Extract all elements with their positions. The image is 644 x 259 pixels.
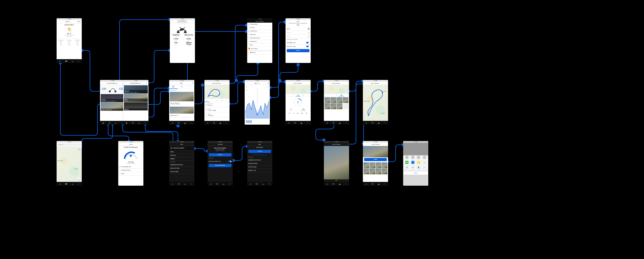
map-view[interactable]: Aspe rkt An Der Alz Ziegstadl ◉ xyxy=(57,146,82,182)
photo-thumb[interactable] xyxy=(330,97,336,103)
tab-route[interactable]: ◎ xyxy=(225,99,230,102)
more-rides[interactable]: RIDES› xyxy=(169,150,194,154)
wifi-sync-toggle[interactable]: Synchronize WiFi online xyxy=(208,160,233,163)
menu-share[interactable]: ⤴Share xyxy=(247,43,272,47)
filter-altitude[interactable]: Altitude xyxy=(286,35,311,38)
tab-photos[interactable]: ▣ xyxy=(219,99,225,102)
rides-settings[interactable]: RIDES SETTINGS› xyxy=(169,167,194,170)
app-settings[interactable]: APP SETTINGS› xyxy=(169,170,194,174)
menu-save-rever[interactable]: RSave to Rever xyxy=(247,47,272,51)
tab-playback[interactable]: ▶ xyxy=(214,99,219,102)
logout-button[interactable]: LOG OUT xyxy=(209,153,231,156)
friends-card[interactable]: Terrain 5d 11h 82.034 mi xyxy=(101,103,125,111)
prev-icon[interactable]: ⏮ xyxy=(289,112,290,114)
more-apps-icon[interactable]: ⋯ xyxy=(423,161,426,164)
menu-delete-speed[interactable]: ⊘Delete Speed Data xyxy=(247,37,272,40)
service-guides[interactable]: ◎Installation Guides xyxy=(118,169,143,172)
tab-map[interactable] xyxy=(186,85,194,89)
add-photo-button[interactable]: ＋ xyxy=(343,103,348,109)
nav-settings[interactable]: NAVIGATION SETTINGS› xyxy=(169,163,194,167)
mail-icon[interactable]: ✉ xyxy=(411,161,414,164)
ride-map-thumbnail[interactable] xyxy=(204,85,230,99)
forward-icon[interactable]: ▶▶ xyxy=(301,112,303,114)
tab-gallery[interactable] xyxy=(178,85,186,89)
edit-profile-button[interactable]: EDIT MY PROFILE xyxy=(209,164,231,167)
more-actions-icon[interactable]: ⋯ xyxy=(423,166,426,169)
ride-card[interactable] xyxy=(170,107,194,114)
photo-thumb-selected[interactable]: ✓ xyxy=(364,162,369,168)
play-icon[interactable]: ▶ xyxy=(297,112,298,114)
filter-icon[interactable]: ☰ xyxy=(192,83,193,84)
imprint[interactable]: IMPRINT / T&C› xyxy=(247,169,272,172)
tab-rides[interactable] xyxy=(58,60,61,62)
menu-delete-route[interactable]: 🗑Delete Route xyxy=(247,30,272,33)
photo-thumb[interactable] xyxy=(330,103,336,109)
menu-manage-album[interactable]: ▧Manage album xyxy=(247,23,272,26)
messages-icon[interactable]: 💬 xyxy=(405,161,408,164)
profile-row[interactable]: MAX MUSTERMANN › xyxy=(169,146,194,150)
menu-cancel[interactable]: ✕Abbrechen xyxy=(247,51,272,54)
tab-graph[interactable]: 〰 xyxy=(209,99,214,102)
contact-avatar[interactable]: DA xyxy=(405,156,408,159)
ride-item-edited[interactable]: Edited route 12› xyxy=(169,114,194,117)
ride-card-hero[interactable] xyxy=(170,92,194,101)
next-icon[interactable]: ⏭ xyxy=(306,112,307,114)
tab-overview[interactable] xyxy=(71,60,74,62)
playback-map[interactable] xyxy=(286,85,311,94)
more-icon[interactable]: ⋯ xyxy=(192,103,193,104)
photo-thumb[interactable] xyxy=(343,97,348,103)
more-images[interactable]: IMAGES› xyxy=(169,157,194,161)
contact-avatar[interactable]: VS xyxy=(411,156,414,159)
card-rides[interactable]: RIDES10 Rides xyxy=(124,94,148,102)
route-map-full[interactable]: Aspersham rkt An Der Alz Ziegstadl xyxy=(363,85,388,121)
login-button[interactable]: LOG IN xyxy=(248,150,271,153)
tab-more[interactable] xyxy=(77,60,80,62)
tab-stats[interactable]: ≡ xyxy=(204,99,209,102)
card-weather[interactable]: WEATHERGarmisch-… Max 12 °C Min 1 °C xyxy=(124,85,148,93)
filter-speed[interactable]: Speed xyxy=(286,27,311,31)
speed-graph[interactable] xyxy=(245,89,269,119)
photo-thumb[interactable] xyxy=(337,103,342,109)
menu-ride-again[interactable]: ↻Ride again xyxy=(247,33,272,37)
gallery-map[interactable] xyxy=(324,85,349,94)
edit-icon[interactable]: ✎ xyxy=(193,21,194,22)
location-action[interactable]: K/MUC xyxy=(77,21,81,22)
tab-map[interactable] xyxy=(108,121,111,124)
share-button[interactable]: SHARE xyxy=(364,158,387,161)
weather-card[interactable]: WEATHERGarmisch-P… Max: 53 °F Min: 1 °F xyxy=(101,94,125,102)
contact-avatar[interactable]: KA xyxy=(423,156,426,159)
toggle-abs[interactable]: Show ABS events: xyxy=(286,41,311,45)
tab-rides[interactable] xyxy=(102,121,104,124)
tab-list[interactable] xyxy=(169,85,178,89)
tab-more[interactable] xyxy=(121,121,123,124)
copy-icon[interactable]: ⧉ xyxy=(411,166,414,169)
search-input[interactable]: 🔍 Search xyxy=(57,144,81,146)
menu-export[interactable]: ⬇Export Route xyxy=(247,40,272,43)
ride-item[interactable]: Lyon to Toulouse12.08.2019 • 5.032 km ⋯ xyxy=(169,102,194,106)
photo-thumb[interactable] xyxy=(325,103,330,109)
photo-large[interactable] xyxy=(324,146,349,179)
rewind-icon[interactable]: ◀ xyxy=(293,112,294,114)
toggle-dtc[interactable]: Show DTC events: xyxy=(286,45,311,48)
card-service[interactable]: SERVICE xyxy=(124,102,148,110)
more-vehicles[interactable]: VEHICLES› xyxy=(169,154,194,157)
cancel-button[interactable]: Cancel xyxy=(403,171,428,175)
filter-throttle[interactable]: Throttle xyxy=(286,31,311,35)
favorite-icon[interactable]: ★ xyxy=(405,166,408,169)
more-icon[interactable]: ⋯ xyxy=(227,83,229,84)
forecast-day[interactable]: Tue, 21 Nov 30 °F 7 mph xyxy=(67,39,72,46)
service-manuals[interactable]: ▤Operating Manuals xyxy=(118,165,143,169)
filter-icon[interactable]: ☰ xyxy=(268,83,269,84)
accept-button[interactable]: ACCEPT xyxy=(287,49,309,52)
share-icon[interactable]: ⤴ xyxy=(347,144,348,145)
tab-map[interactable] xyxy=(65,60,67,62)
cover-photo[interactable] xyxy=(363,146,388,157)
notes-icon[interactable]: 📝 xyxy=(417,161,420,164)
tab-overview[interactable] xyxy=(114,121,117,124)
menu-rename[interactable]: ✎Rename xyxy=(247,26,272,30)
forecast-day[interactable]: Wed, 22 Nov 40 °F 1 mph xyxy=(75,39,80,46)
service-dealer[interactable]: ⌖Dealer xyxy=(118,172,143,176)
contact-avatar[interactable]: SW xyxy=(417,156,420,159)
forecast-day[interactable]: Mon, 20 Nov 30 °F 1 mph xyxy=(58,39,64,46)
assign-icon[interactable]: 👤 xyxy=(417,166,420,169)
